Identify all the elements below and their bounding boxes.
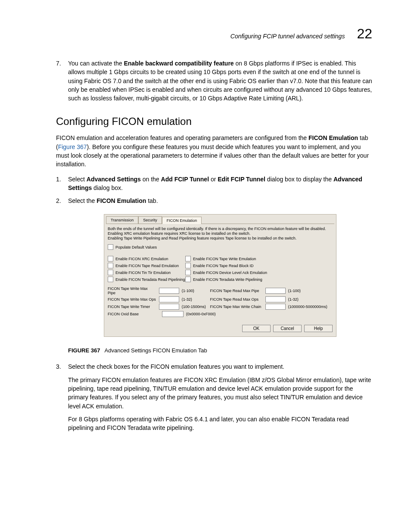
tab-transmission[interactable]: Transmission	[106, 216, 138, 224]
chapter-number: 22	[357, 26, 372, 42]
checkbox-populate-defaults[interactable]	[108, 244, 113, 250]
checkbox-label: Enable FICON Teradata Write Pipelining	[193, 277, 262, 282]
header-title: Configuring FCIP tunnel advanced setting…	[230, 33, 345, 40]
dialog-note: Both the ends of the tunnel will be conf…	[108, 227, 333, 241]
tab-security[interactable]: Security	[138, 216, 162, 224]
hint: (1-100)	[182, 289, 210, 293]
label-oxid-base: FICON Oxid Base	[108, 312, 159, 316]
text: You can activate the	[68, 60, 124, 67]
list-item-7: 7. You can activate the Enable backward …	[56, 59, 372, 103]
list-marker: 2.	[56, 196, 68, 205]
input-tape-write-max-pipe[interactable]	[159, 288, 179, 294]
checkbox-label: Enable FICON Tape Read Block ID	[193, 264, 253, 268]
checkbox-label: Enable FICON Tape Write Emulation	[193, 257, 256, 261]
hint: (1-32)	[182, 297, 210, 302]
tab-ficon-emulation[interactable]: FICON Emulation	[162, 217, 202, 224]
hint: (100-1500ms)	[182, 305, 210, 309]
text: The primary FICON emulation features are…	[68, 376, 372, 411]
list-item-3: 3. Select the check boxes for the FICON …	[56, 362, 372, 432]
input-tape-read-max-ops[interactable]	[265, 296, 286, 302]
label-tape-read-max-pipe: FICON Tape Read Max Pipe	[210, 289, 263, 293]
label-tape-write-max-pipe: FICON Tape Write Max Pipe	[108, 286, 156, 295]
hint: (1-32)	[288, 297, 333, 302]
list-content: Select the FICON Emulation tab.	[68, 196, 372, 205]
bold-term: FICON Emulation	[308, 134, 358, 141]
list-item-2: 2. Select the FICON Emulation tab.	[56, 196, 372, 205]
label-tape-read-max-ops: FICON Tape Read Max Ops	[210, 297, 263, 302]
checkbox-tape-read-block-id[interactable]	[185, 263, 191, 268]
label-tape-write-max-ops: FICON Tape Write Max Ops	[108, 297, 156, 302]
text: dialog box.	[92, 184, 123, 191]
checkbox-label: Enable FICON Tape Read Emulation	[115, 264, 179, 268]
dialog-tabs: Transmission Security FICON Emulation	[106, 216, 334, 224]
checkbox-xrc-emulation[interactable]	[108, 256, 113, 261]
checkbox-label: Enable FICON Teradata Read Pipelining	[115, 277, 185, 282]
checkbox-tape-read-emulation[interactable]	[108, 263, 113, 268]
running-header: Configuring FCIP tunnel advanced setting…	[56, 26, 372, 42]
text: tab.	[146, 197, 158, 204]
figure-caption: FIGURE 367 Advanced Settings FICON Emula…	[68, 347, 372, 354]
checkbox-tin-tir-emulation[interactable]	[108, 270, 113, 275]
checkbox-label: Enable FICON Device Level Ack Emulation	[193, 271, 267, 275]
bold-term: Advanced Settings	[87, 176, 141, 183]
bold-term: FICON Emulation	[97, 197, 146, 204]
text: dialog box to display the	[265, 176, 333, 183]
checkbox-label: Populate Default Values	[115, 245, 157, 249]
text: or	[209, 176, 218, 183]
advanced-settings-dialog: Transmission Security FICON Emulation Bo…	[104, 214, 336, 337]
bold-term: Enable backward compatibility feature	[124, 60, 234, 67]
list-content: Select Advanced Settings on the Add FCIP…	[68, 175, 372, 193]
checkbox-label: Enable FICON XRC Emulation	[115, 257, 168, 261]
figure-number: FIGURE 367	[68, 347, 100, 354]
list-marker: 7.	[56, 59, 68, 103]
bold-term: Add FCIP Tunnel	[161, 176, 209, 183]
note-line: Enabling Tape Write Pipelining and Read …	[108, 236, 333, 241]
cancel-button[interactable]: Cancel	[273, 325, 302, 332]
figure-title: Advanced Settings FICON Emulation Tab	[105, 347, 207, 354]
text: ). Before you configure these features y…	[56, 143, 369, 168]
text: Select the check boxes for the FICON emu…	[68, 362, 372, 371]
input-tape-max-write-chain[interactable]	[265, 304, 286, 310]
list-content: Select the check boxes for the FICON emu…	[68, 362, 372, 432]
checkbox-label: Enable FICON Tin Tir Emulation	[115, 271, 171, 275]
list-content: You can activate the Enable backward com…	[68, 59, 372, 103]
intro-paragraph: FICON emulation and acceleration feature…	[56, 134, 372, 168]
input-tape-write-max-ops[interactable]	[159, 296, 179, 302]
input-tape-read-max-pipe[interactable]	[265, 288, 286, 294]
text: For 8 Gbps platforms operating with Fabr…	[68, 415, 372, 432]
checkbox-teradata-read-pipelining[interactable]	[108, 277, 113, 282]
checkbox-teradata-write-pipelining[interactable]	[185, 277, 191, 282]
checkbox-tape-write-emulation[interactable]	[185, 256, 191, 261]
label-tape-write-timer: FICON Tape Write Timer	[108, 305, 156, 309]
input-tape-write-timer[interactable]	[159, 304, 179, 310]
hint: (1000000-5000000ms)	[288, 305, 333, 309]
bold-term: Edit FCIP Tunnel	[218, 176, 265, 183]
ok-button[interactable]: OK	[242, 325, 271, 332]
list-item-1: 1. Select Advanced Settings on the Add F…	[56, 175, 372, 193]
input-oxid-base[interactable]	[162, 311, 184, 317]
help-button[interactable]: Help	[304, 325, 333, 332]
figure-ref-link[interactable]: Figure 367	[58, 143, 87, 150]
checkbox-device-level-ack[interactable]	[185, 270, 191, 275]
list-marker: 3.	[56, 362, 68, 432]
note-line: Both the ends of the tunnel will be conf…	[108, 227, 333, 231]
text: Select	[68, 176, 87, 183]
list-marker: 1.	[56, 175, 68, 193]
note-line: Enabling XRC emulation feature requires …	[108, 231, 333, 236]
text: FICON emulation and acceleration feature…	[56, 134, 308, 141]
section-heading: Configuring FICON emulation	[56, 115, 372, 128]
text: Select the	[68, 197, 97, 204]
text: on the	[141, 176, 161, 183]
hint: (0x0000-0xF000)	[186, 312, 216, 316]
hint: (1-100)	[288, 289, 333, 293]
label-tape-max-write-chain: FICON Tape Max Write Chain	[210, 305, 263, 309]
